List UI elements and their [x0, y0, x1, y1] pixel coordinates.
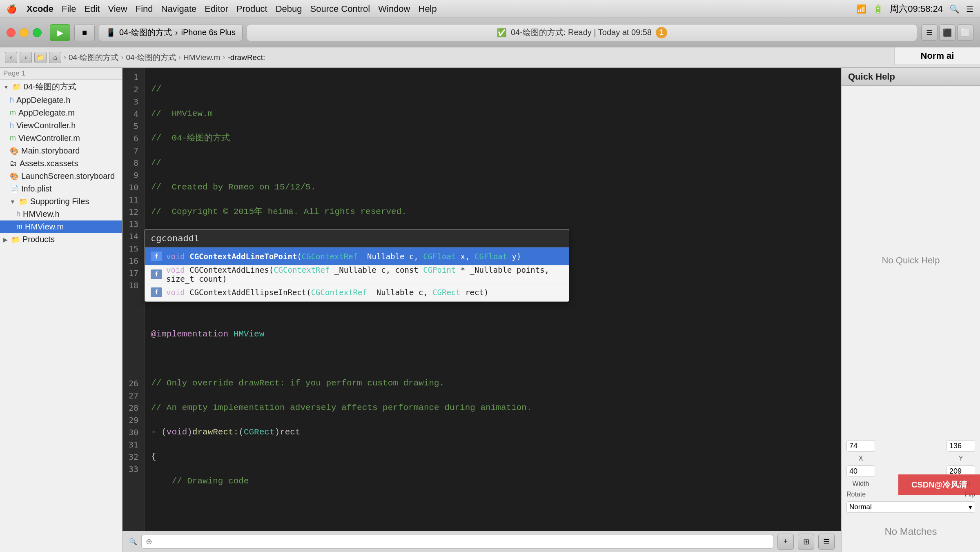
editor-bottom-bar: 🔍 ⊕ + ⊞ ☰ — [122, 531, 841, 552]
sidebar-item-launch-storyboard[interactable]: 🎨 LaunchScreen.storyboard — [0, 170, 122, 183]
stop-button[interactable]: ■ — [74, 24, 95, 41]
sidebar-item-viewcontroller-h[interactable]: h ViewController.h — [0, 119, 122, 132]
zoom-button[interactable] — [33, 28, 42, 37]
storyboard-icon: 🎨 — [10, 172, 19, 181]
quick-help-body: No Quick Help — [842, 86, 980, 435]
menu-debug[interactable]: Debug — [276, 4, 302, 14]
sidebar-item-hmview-h[interactable]: h HMView.h — [0, 208, 122, 220]
sidebar-label: AppDelegate.m — [18, 108, 75, 118]
breadcrumb-method[interactable]: -drawRect: — [227, 53, 265, 62]
content-area: Page 1 ▼ 📁 04-绘图的方式 h AppDelegate.h m Ap… — [0, 68, 980, 552]
apple-menu[interactable]: 🍎 — [7, 4, 17, 14]
nav-next-button[interactable]: › — [20, 52, 32, 63]
menu-file[interactable]: File — [62, 4, 76, 14]
breadcrumb-sep-3: › — [178, 53, 181, 62]
file-navigator: Page 1 ▼ 📁 04-绘图的方式 h AppDelegate.h m Ap… — [0, 68, 122, 552]
sidebar-label: AppDelegate.h — [16, 96, 70, 105]
normal-label: Normal — [849, 503, 872, 511]
sidebar-label: HMView.m — [25, 222, 64, 231]
width-label: Width — [846, 480, 875, 487]
breadcrumb-project[interactable]: 04-绘图的方式 — [69, 52, 118, 63]
menu-source-control[interactable]: Source Control — [310, 4, 370, 14]
autocomplete-popup: cgconaddl f void CGContextAddLineToPoint… — [145, 229, 569, 302]
autocomplete-item-2[interactable]: f void CGContextAddEllipseInRect(CGConte… — [145, 283, 569, 301]
scheme-icon: 📱 — [106, 28, 116, 38]
scheme-arrow: › — [175, 28, 178, 37]
toolbar-right-buttons: ☰ ⬛ ⬜ — [921, 24, 973, 41]
nav-folder-button[interactable]: 📁 — [34, 52, 47, 63]
file-m-icon: m — [10, 109, 16, 117]
breadcrumb-file[interactable]: HMView.m — [183, 53, 220, 62]
search-input[interactable]: ⊕ — [141, 535, 773, 549]
run-button[interactable]: ▶ — [50, 24, 70, 41]
folder-icon: 📁 — [19, 197, 28, 206]
assets-icon: 🗂 — [10, 159, 17, 168]
menu-view[interactable]: View — [108, 4, 127, 14]
sidebar-item-hmview-m[interactable]: m HMView.m — [0, 220, 122, 233]
code-editor[interactable]: 1 2 3 4 5 6 7 8 9 10 11 12 13 14 15 16 1 — [122, 68, 841, 552]
scheme-selector[interactable]: 📱 04-绘图的方式 › iPhone 6s Plus — [99, 24, 243, 41]
build-status: ✅ 04-绘图的方式: Ready | Today at 09:58 1 — [247, 24, 917, 41]
nav-home-button[interactable]: ⌂ — [49, 52, 61, 63]
inspector-y-field[interactable]: 136 — [947, 440, 975, 452]
menu-edit[interactable]: Edit — [84, 4, 100, 14]
inspector-x-field[interactable]: 74 — [846, 440, 875, 452]
sidebar-item-viewcontroller-m[interactable]: m ViewController.m — [0, 132, 122, 145]
menu-navigate[interactable]: Navigate — [161, 4, 197, 14]
sidebar-item-main-storyboard[interactable]: 🎨 Main.storyboard — [0, 145, 122, 157]
ac-text-2: void CGContextAddEllipseInRect(CGContext… — [166, 288, 563, 297]
utility-toggle[interactable]: ⬜ — [957, 24, 973, 41]
sidebar-item-supporting-files[interactable]: ▼ 📁 Supporting Files — [0, 195, 122, 208]
ac-text-0: void CGContextAddLineToPoint(CGContextRe… — [166, 252, 563, 261]
file-h-icon: h — [16, 210, 20, 218]
sidebar-item-products[interactable]: ▶ 📁 Products — [0, 233, 122, 246]
autocomplete-input[interactable]: cgconaddl — [145, 229, 569, 247]
autocomplete-item-1[interactable]: f void CGContextAddLines(CGContextRef _N… — [145, 265, 569, 283]
file-h-icon: h — [10, 121, 14, 130]
debug-toggle[interactable]: ⬛ — [939, 24, 956, 41]
file-m-icon: m — [16, 223, 22, 231]
sidebar-item-appdelegate-m[interactable]: m AppDelegate.m — [0, 107, 122, 119]
close-button[interactable] — [7, 28, 16, 37]
view-options-button[interactable]: ☰ — [818, 534, 835, 550]
add-filter-button[interactable]: + — [777, 534, 794, 550]
no-quick-help-text: No Quick Help — [882, 255, 940, 266]
menu-editor[interactable]: Editor — [205, 4, 228, 14]
norm-ai-panel: Norm ai — [894, 47, 980, 65]
filter-options-button[interactable]: ⊞ — [798, 534, 814, 550]
inspector-width-field[interactable]: 40 — [846, 465, 875, 477]
menu-window[interactable]: Window — [378, 4, 410, 14]
file-h-icon: h — [10, 96, 14, 105]
inspector-normal-dropdown[interactable]: Normal ▾ — [846, 501, 975, 513]
notification-icon[interactable]: ☰ — [966, 4, 973, 14]
breadcrumb-folder[interactable]: 04-绘图的方式 — [126, 52, 176, 63]
menu-product[interactable]: Product — [236, 4, 267, 14]
navigation-bar: ‹ › 📁 ⌂ › 04-绘图的方式 › 04-绘图的方式 › HMView.m… — [0, 47, 980, 68]
sidebar-item-infoplist[interactable]: 📄 Info.plist — [0, 183, 122, 195]
page-indicator: Page 1 — [0, 68, 122, 80]
clock-display: 周六09:58:24 — [890, 3, 943, 15]
no-matches-text: No Matches — [884, 526, 937, 537]
rotate-label: Rotate — [846, 491, 866, 498]
minimize-button[interactable] — [20, 28, 29, 37]
expand-icon: ▼ — [10, 198, 16, 205]
ac-text-1: void CGContextAddLines(CGContextRef _Nul… — [166, 265, 563, 283]
sidebar-item-appdelegate-h[interactable]: h AppDelegate.h — [0, 94, 122, 107]
autocomplete-item-0[interactable]: f void CGContextAddLineToPoint(CGContext… — [145, 247, 569, 265]
sidebar-item-project[interactable]: ▼ 📁 04-绘图的方式 — [0, 80, 122, 94]
line-numbers: 1 2 3 4 5 6 7 8 9 10 11 12 13 14 15 16 1 — [122, 68, 145, 531]
menu-find[interactable]: Find — [136, 4, 153, 14]
device-label: iPhone 6s Plus — [181, 28, 236, 37]
warning-badge: 1 — [656, 27, 667, 38]
sidebar-label: HMView.h — [23, 209, 60, 219]
menu-xcode[interactable]: Xcode — [27, 4, 53, 14]
sidebar-item-assets[interactable]: 🗂 Assets.xcassets — [0, 157, 122, 170]
nav-prev-button[interactable]: ‹ — [5, 52, 17, 63]
menu-help[interactable]: Help — [419, 4, 437, 14]
folder-icon: 📁 — [12, 82, 21, 91]
filter-icon: ⊕ — [146, 537, 152, 546]
navigator-toggle[interactable]: ☰ — [921, 24, 938, 41]
spotlight-icon[interactable]: 🔍 — [949, 4, 960, 14]
inspector-labels-xy: X Y — [846, 455, 975, 462]
storyboard-icon: 🎨 — [10, 147, 19, 156]
